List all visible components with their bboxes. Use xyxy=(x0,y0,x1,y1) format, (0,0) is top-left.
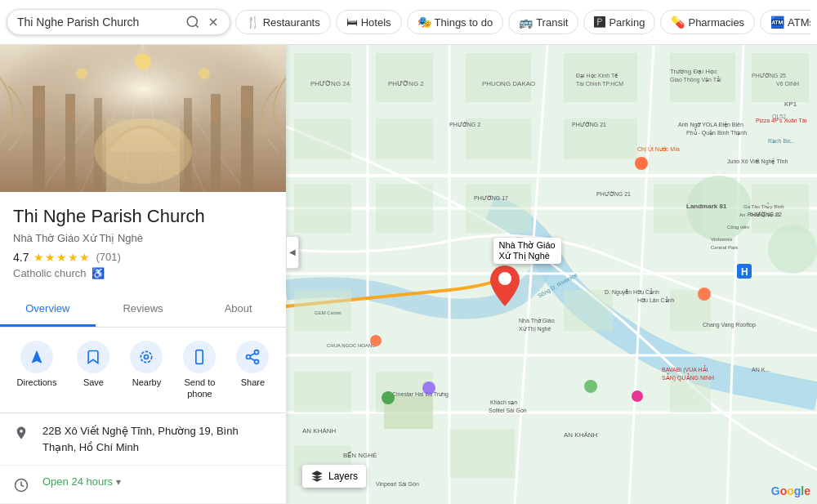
google-logo: Google xyxy=(771,484,810,497)
pharmacies-icon: 💊 xyxy=(671,16,685,29)
top-nav: 🍴 Restaurants 🛏 Hotels 🎭 Things to do 🚌 … xyxy=(0,0,817,45)
svg-text:Nhà Thờ Giáo: Nhà Thờ Giáo xyxy=(519,318,555,323)
svg-text:Chang Vang Rooftop: Chang Vang Rooftop xyxy=(703,322,756,328)
svg-rect-48 xyxy=(376,53,433,102)
svg-point-117 xyxy=(698,288,711,301)
svg-point-112 xyxy=(635,157,648,170)
svg-text:An - Đường Số 21: An - Đường Số 21 xyxy=(739,212,780,217)
svg-text:GEM Center: GEM Center xyxy=(315,310,342,315)
hours-toggle[interactable]: Open 24 hours ▾ xyxy=(42,475,273,488)
svg-text:Cinestar Hai Bà Trưng: Cinestar Hai Bà Trưng xyxy=(392,391,449,398)
svg-point-119 xyxy=(584,380,597,393)
svg-text:D. Nguyễn Hữu Cảnh: D. Nguyễn Hữu Cảnh xyxy=(605,288,659,296)
svg-point-25 xyxy=(255,350,259,354)
svg-text:Đại Học Kinh Tế: Đại Học Kinh Tế xyxy=(576,73,618,79)
tab-reviews[interactable]: Reviews xyxy=(96,292,191,327)
svg-text:BAVABI (VUA HẢI: BAVABI (VUA HẢI xyxy=(662,365,708,373)
svg-point-120 xyxy=(422,381,435,395)
svg-text:Hữu Lân Cảnh: Hữu Lân Cảnh xyxy=(637,297,674,303)
directions-label: Directions xyxy=(17,377,57,388)
left-panel: Thi Nghe Parish Church Nhà Thờ Giáo Xứ T… xyxy=(0,45,286,504)
transit-icon: 🚌 xyxy=(519,16,533,29)
chevron-down-icon: ▾ xyxy=(116,476,121,488)
tabs: Overview Reviews About xyxy=(0,292,286,328)
svg-rect-53 xyxy=(294,118,351,159)
layers-button[interactable]: Layers xyxy=(302,465,366,488)
svg-rect-54 xyxy=(376,118,433,159)
tab-about[interactable]: About xyxy=(190,292,286,327)
map-area[interactable]: PHƯỜNG 24 PHƯỜNG 2 PHUONG DAKAO Đại Học … xyxy=(286,45,817,504)
svg-text:PHƯỜNG 2: PHƯỜNG 2 xyxy=(449,122,480,127)
svg-text:Giao Thông Vận Tải: Giao Thông Vận Tải xyxy=(670,76,721,83)
svg-point-26 xyxy=(247,355,251,359)
svg-rect-16 xyxy=(211,96,219,121)
svg-rect-49 xyxy=(466,53,531,102)
share-button[interactable]: Share xyxy=(236,341,269,400)
church-photo xyxy=(0,45,286,192)
place-info: Thi Nghe Parish Church Nhà Thờ Giáo Xứ T… xyxy=(0,192,286,286)
location-icon xyxy=(13,425,29,441)
pill-parking[interactable]: 🅿 Parking xyxy=(583,10,655,34)
send-to-phone-button[interactable]: Send tophone xyxy=(183,341,216,400)
svg-text:KP1: KP1 xyxy=(784,100,797,108)
svg-text:Tài Chính TP.HCM: Tài Chính TP.HCM xyxy=(576,81,623,87)
restaurants-icon: 🍴 xyxy=(246,16,260,29)
nearby-icon xyxy=(130,341,163,373)
search-box[interactable] xyxy=(7,9,230,35)
svg-text:Công viên: Công viên xyxy=(727,225,749,230)
address-text: 22B Xô Viết Nghệ Tĩnh, Phường 19, Bình T… xyxy=(42,423,273,455)
pill-pharmacies[interactable]: 💊 Pharmacies xyxy=(660,10,755,34)
collapse-panel-button[interactable]: ◀ xyxy=(286,236,299,269)
search-icons xyxy=(185,15,220,29)
svg-text:PHƯỜNG 21: PHƯỜNG 21 xyxy=(572,122,606,127)
nearby-button[interactable]: Nearby xyxy=(130,341,163,400)
search-input[interactable] xyxy=(17,16,185,29)
map-place-label[interactable]: Nhà Thờ GiáoXứ Thị Nghè xyxy=(493,238,561,264)
pill-things-to-do[interactable]: 🎭 Things to do xyxy=(407,10,504,34)
hours-status: Open 24 hours xyxy=(42,475,113,488)
svg-point-118 xyxy=(382,391,395,404)
search-icon[interactable] xyxy=(185,15,200,29)
save-button[interactable]: Save xyxy=(77,341,109,400)
main-content: Thi Nghe Parish Church Nhà Thờ Giáo Xứ T… xyxy=(0,45,817,504)
svg-rect-15 xyxy=(242,90,252,118)
rating-count: (701) xyxy=(96,251,120,263)
accessibility-icon: ♿ xyxy=(92,267,105,279)
map-background: PHƯỜNG 24 PHƯỜNG 2 PHUONG DAKAO Đại Học … xyxy=(286,45,817,504)
svg-text:PHƯỜNG 2: PHƯỜNG 2 xyxy=(388,80,424,87)
pill-hotels[interactable]: 🛏 Hotels xyxy=(336,10,402,34)
hours-row: Open 24 hours ▾ xyxy=(0,466,286,504)
share-icon xyxy=(236,341,269,373)
svg-text:Sofitel Sài Gòn: Sofitel Sài Gòn xyxy=(489,408,527,413)
svg-rect-13 xyxy=(34,90,44,118)
pill-transit[interactable]: 🚌 Transit xyxy=(508,10,578,34)
address-content: 22B Xô Viết Nghệ Tĩnh, Phường 19, Bình T… xyxy=(42,423,273,455)
svg-text:Chị Út Nước Mía: Chị Út Nước Mía xyxy=(637,145,680,153)
tab-overview[interactable]: Overview xyxy=(0,292,96,327)
svg-text:AN K...: AN K... xyxy=(752,367,770,372)
svg-text:PHƯỜNG 21: PHƯỜNG 21 xyxy=(596,191,631,197)
hours-content: Open 24 hours ▾ xyxy=(42,475,273,488)
svg-text:PHƯỜNG 17: PHƯỜNG 17 xyxy=(474,195,508,201)
svg-point-21 xyxy=(145,355,149,359)
parking-icon: 🅿 xyxy=(594,16,605,29)
close-icon[interactable] xyxy=(207,16,220,29)
svg-text:Vinpearl Sài Gòn: Vinpearl Sài Gòn xyxy=(376,481,419,488)
svg-point-20 xyxy=(199,68,210,79)
svg-text:AN KHÁNH: AN KHÁNH xyxy=(564,431,598,439)
save-icon xyxy=(77,341,109,373)
phone-icon xyxy=(183,341,216,373)
svg-point-19 xyxy=(76,68,87,79)
pill-restaurants[interactable]: 🍴 Restaurants xyxy=(235,10,331,34)
svg-point-71 xyxy=(768,225,817,274)
svg-text:PHƯỜNG 25: PHƯỜNG 25 xyxy=(752,73,786,78)
svg-point-0 xyxy=(187,16,197,26)
place-type: Catholic church ♿ xyxy=(13,267,273,279)
pill-atms[interactable]: 🏧 ATMs xyxy=(760,10,810,34)
directions-button[interactable]: Directions xyxy=(17,341,57,400)
place-subtitle: Nhà Thờ Giáo Xứ Thị Nghè xyxy=(13,232,273,244)
directions-icon xyxy=(20,341,53,373)
svg-point-27 xyxy=(255,359,259,364)
svg-point-115 xyxy=(632,390,643,402)
svg-text:Khách sạn: Khách sạn xyxy=(490,399,517,406)
